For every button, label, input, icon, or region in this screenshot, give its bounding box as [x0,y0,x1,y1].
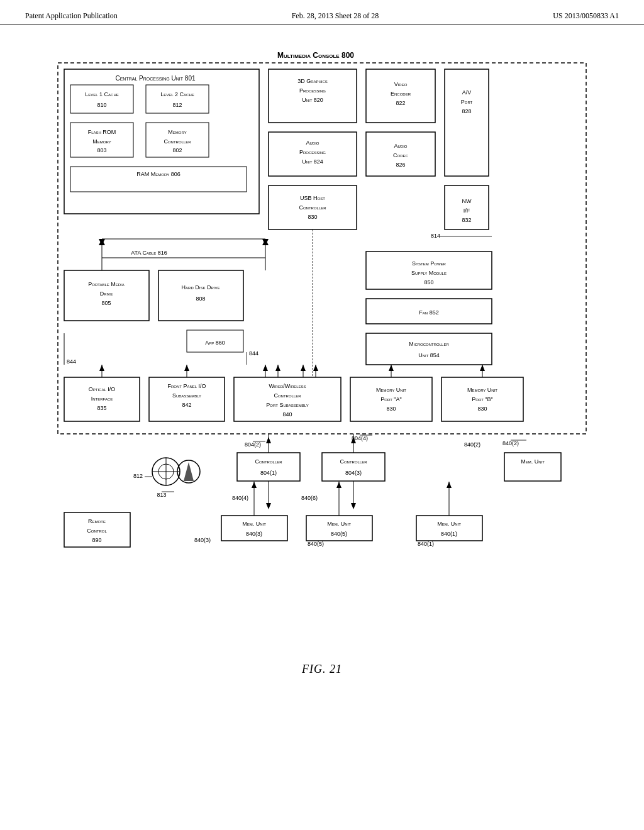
svg-text:Memory: Memory [92,138,111,145]
svg-marker-111 [480,365,485,371]
svg-text:Subassembly: Subassembly [172,392,201,399]
svg-text:Unit 824: Unit 824 [302,158,323,165]
svg-text:803: 803 [97,147,106,153]
svg-text:Video: Video [394,81,408,87]
svg-text:840(1): 840(1) [441,531,457,537]
svg-rect-20 [269,69,357,123]
svg-text:840(2): 840(2) [502,440,519,446]
svg-text:840: 840 [282,411,292,418]
svg-text:I/F: I/F [464,208,470,214]
header-right: US 2013/0050833 A1 [553,11,619,21]
svg-text:844: 844 [249,350,258,357]
svg-text:Port "A": Port "A" [380,396,401,402]
svg-text:Supply Module: Supply Module [411,270,447,276]
svg-text:808: 808 [196,296,205,302]
svg-marker-166 [99,365,104,371]
svg-text:826: 826 [396,162,405,168]
svg-text:840(4): 840(4) [232,495,248,501]
svg-text:844: 844 [67,358,76,365]
svg-text:822: 822 [396,100,405,106]
svg-rect-124 [504,453,561,481]
svg-rect-119 [322,453,385,481]
svg-text:Optical I/O: Optical I/O [89,386,116,392]
svg-text:Level 1 Cache: Level 1 Cache [85,91,119,97]
svg-text:Interface: Interface [91,396,113,402]
svg-text:804(3): 804(3) [345,470,362,476]
svg-text:A/V: A/V [462,89,472,96]
svg-text:814: 814 [431,233,440,239]
svg-text:850: 850 [424,279,433,285]
svg-text:840(1): 840(1) [418,541,434,547]
svg-text:RAM Memory 806: RAM Memory 806 [136,171,180,177]
figure-label: FIG. 21 [302,663,342,676]
svg-text:Mem. Unit: Mem. Unit [437,521,461,527]
svg-text:830: 830 [308,214,317,220]
svg-text:Front Panel I/O: Front Panel I/O [167,383,206,389]
svg-rect-18 [70,167,247,192]
svg-text:Controller: Controller [164,138,191,145]
svg-text:828: 828 [462,108,471,114]
svg-text:Central Processing Unit 801: Central Processing Unit 801 [115,75,195,82]
svg-text:812: 812 [172,102,182,108]
svg-text:Port: Port [461,99,473,105]
svg-text:ATA Cable 816: ATA Cable 816 [131,250,167,256]
svg-text:Audio: Audio [306,140,319,146]
svg-text:842: 842 [182,402,191,408]
svg-text:Multimedia Console 800: Multimedia Console 800 [277,51,354,60]
patent-diagram: Multimedia Console 800 Central Processin… [52,44,592,648]
svg-text:Microcontroller: Microcontroller [409,341,449,347]
svg-text:840(2): 840(2) [464,441,480,448]
diagram-container: Multimedia Console 800 Central Processin… [52,44,592,650]
svg-text:812: 812 [133,473,143,479]
svg-text:3D Graphics: 3D Graphics [297,78,328,84]
svg-text:Mem. Unit: Mem. Unit [242,521,266,527]
svg-marker-105 [301,365,306,371]
svg-rect-0 [58,63,586,434]
svg-text:Audio: Audio [394,143,407,149]
svg-text:Remote: Remote [88,518,106,524]
svg-text:830: 830 [477,406,487,412]
svg-text:Controller: Controller [274,392,301,399]
svg-text:App 860: App 860 [205,340,225,346]
svg-text:Port Subassembly: Port Subassembly [266,402,308,408]
svg-marker-109 [389,365,394,371]
main-content: Multimedia Console 800 Central Processin… [0,25,644,695]
svg-text:Mem. Unit: Mem. Unit [327,521,351,527]
svg-rect-149 [306,516,372,541]
svg-text:Level 2 Cache: Level 2 Cache [160,91,194,97]
svg-marker-168 [184,365,189,371]
svg-rect-116 [237,453,300,481]
svg-rect-146 [221,516,287,541]
svg-text:Hard Disk Drive: Hard Disk Drive [182,284,220,290]
svg-text:Memory Unit: Memory Unit [376,387,406,393]
svg-text:Wired/Wireless: Wired/Wireless [269,383,306,389]
svg-text:Processing: Processing [299,149,326,155]
svg-rect-152 [416,516,482,541]
svg-rect-76 [366,333,492,365]
svg-text:Controller: Controller [299,204,326,211]
svg-text:805: 805 [101,300,111,306]
header-center: Feb. 28, 2013 Sheet 28 of 28 [292,11,379,21]
svg-text:Drive: Drive [100,290,113,297]
svg-text:810: 810 [97,102,106,108]
svg-text:840(5): 840(5) [331,531,347,537]
svg-text:813: 813 [157,492,166,498]
svg-rect-4 [70,85,133,113]
svg-text:Codec: Codec [393,152,409,158]
svg-text:830: 830 [386,406,396,412]
svg-text:System Power: System Power [412,260,447,267]
svg-text:Unit 854: Unit 854 [418,352,440,358]
svg-text:Memory: Memory [168,129,186,135]
svg-text:Flash ROM: Flash ROM [88,129,116,135]
svg-text:840(6): 840(6) [301,495,318,501]
svg-marker-103 [275,365,280,371]
svg-text:Mem. Unit: Mem. Unit [521,458,545,465]
svg-marker-101 [263,365,268,371]
svg-text:Unit 820: Unit 820 [302,97,323,103]
svg-text:Portable Media: Portable Media [88,281,124,287]
page-header: Patent Application Publication Feb. 28, … [0,0,644,25]
svg-text:840(3): 840(3) [194,537,211,543]
svg-text:Memory Unit: Memory Unit [467,387,497,393]
svg-marker-127 [266,437,271,443]
svg-marker-158 [336,482,341,488]
